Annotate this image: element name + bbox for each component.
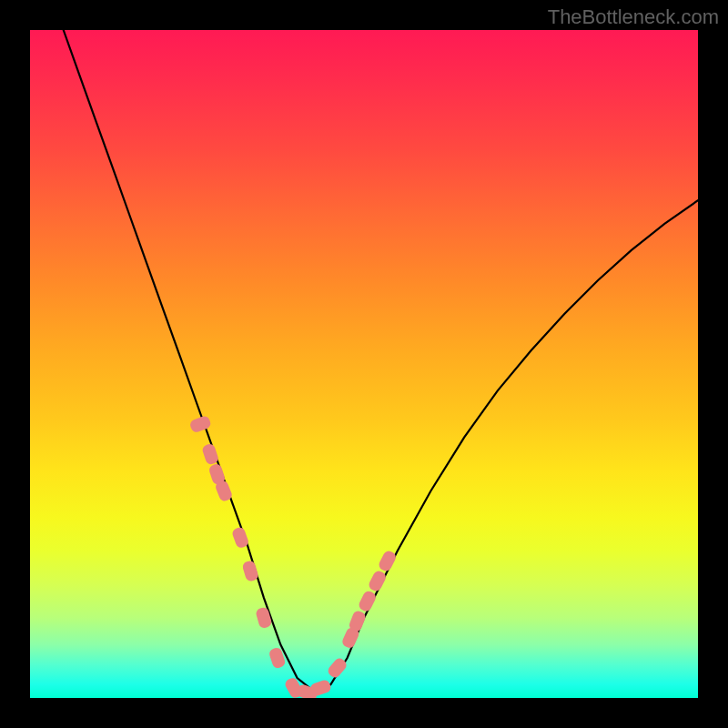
bottleneck-curve [64,30,698,692]
curve-marker [368,570,388,593]
curve-marker [241,560,259,582]
chart-frame: TheBottleneck.com [0,0,728,728]
curve-marker [188,415,211,434]
curve-marker [378,550,398,573]
curve-marker [358,590,378,613]
curve-marker [255,606,272,629]
watermark-text: TheBottleneck.com [548,5,719,29]
curve-markers [188,415,397,698]
curve-layer [30,30,698,698]
